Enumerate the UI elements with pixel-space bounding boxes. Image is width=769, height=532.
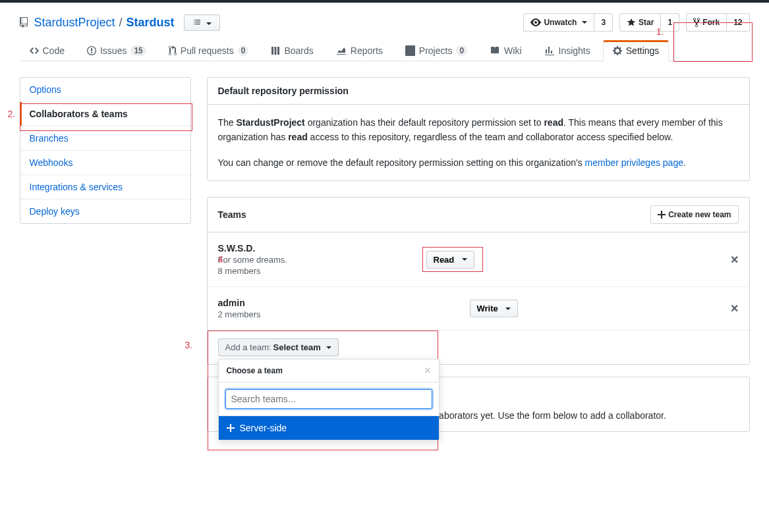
fork-button[interactable]: Fork xyxy=(686,13,727,32)
watch-count[interactable]: 3 xyxy=(594,13,613,32)
create-team-button[interactable]: Create new team xyxy=(650,205,738,224)
slash: / xyxy=(119,16,123,30)
star-button[interactable]: Star xyxy=(619,13,661,32)
team-permission-select[interactable]: Write xyxy=(470,300,519,317)
annotation-3: 3. xyxy=(185,340,193,350)
projects-count: 0 xyxy=(456,45,467,56)
unwatch-button[interactable]: Unwatch xyxy=(523,13,594,32)
tab-wiki[interactable]: Wiki xyxy=(480,40,531,61)
team-search-input[interactable] xyxy=(225,389,432,409)
team-row: admin 2 members Write ✕ xyxy=(208,287,749,331)
team-row: S.W.S.D. For some dreams. 8 members 4. R… xyxy=(208,232,749,287)
close-icon[interactable]: × xyxy=(424,365,430,377)
org-link[interactable]: StardustProject xyxy=(34,16,115,30)
member-privileges-link[interactable]: member privileges page xyxy=(585,157,683,168)
permission-heading: Default repository permission xyxy=(208,78,749,105)
tab-pullrequests[interactable]: Pull requests 0 xyxy=(159,40,259,61)
tab-code[interactable]: Code xyxy=(20,40,74,61)
star-count[interactable]: 1 xyxy=(661,13,679,32)
remove-team-button[interactable]: ✕ xyxy=(730,253,739,266)
team-option-serverside[interactable]: Server-side xyxy=(219,416,439,440)
tab-settings[interactable]: Settings xyxy=(603,40,669,61)
fork-count[interactable]: 12 xyxy=(727,13,749,32)
tab-reports[interactable]: Reports xyxy=(326,40,393,61)
tab-issues[interactable]: Issues 15 xyxy=(77,40,156,61)
team-name[interactable]: admin xyxy=(218,298,416,308)
list-selector[interactable] xyxy=(184,14,221,31)
sidebar-branches[interactable]: Branches xyxy=(20,126,190,151)
issues-count: 15 xyxy=(130,45,146,56)
annotation-2: 2. xyxy=(8,109,16,119)
team-dropdown: Choose a team × Server-side xyxy=(218,359,440,440)
sidebar-integrations[interactable]: Integrations & services xyxy=(20,175,190,200)
team-members: 2 members xyxy=(218,309,416,319)
repo-icon xyxy=(20,17,30,28)
add-team-button[interactable]: Add a team: Select team xyxy=(218,338,339,356)
sidebar-deploykeys[interactable]: Deploy keys xyxy=(20,200,190,223)
team-desc: For some dreams. xyxy=(218,255,416,265)
pulls-count: 0 xyxy=(238,45,249,56)
tab-insights[interactable]: Insights xyxy=(534,40,600,61)
repo-link[interactable]: Stardust xyxy=(127,16,175,29)
tab-projects[interactable]: Projects 0 xyxy=(395,40,477,61)
team-name[interactable]: S.W.S.D. xyxy=(218,243,416,253)
sidebar-collaborators[interactable]: Collaborators & teams xyxy=(20,102,190,126)
tab-boards[interactable]: Boards xyxy=(261,40,323,61)
team-permission-select[interactable]: Read xyxy=(426,251,474,269)
team-members: 8 members xyxy=(218,266,416,276)
teams-heading: Teams xyxy=(218,209,246,220)
sidebar-options[interactable]: Options xyxy=(20,78,190,102)
sidebar-webhooks[interactable]: Webhooks xyxy=(20,151,190,175)
dropdown-heading: Choose a team xyxy=(227,366,283,375)
remove-team-button[interactable]: ✕ xyxy=(730,302,739,315)
permission-body: The StardustProject organization has the… xyxy=(208,105,749,180)
